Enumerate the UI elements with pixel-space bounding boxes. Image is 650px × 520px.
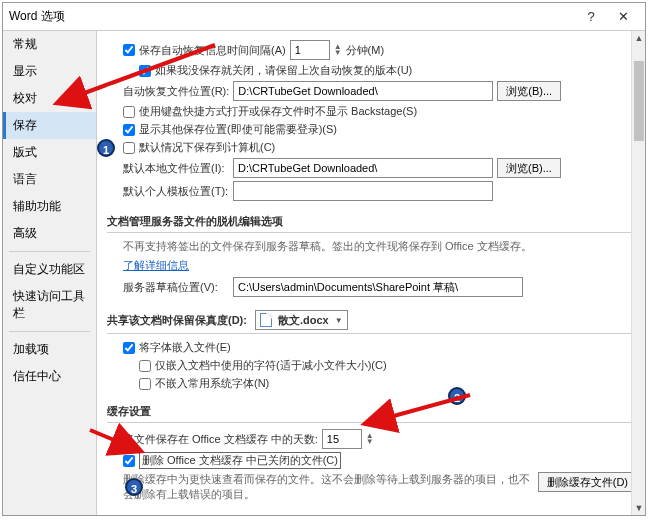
titlebar: Word 选项 ? ✕ <box>3 3 645 31</box>
document-icon <box>260 313 272 327</box>
spinner-arrows[interactable]: ▲▼ <box>334 44 342 56</box>
input-cache-days[interactable] <box>322 429 362 449</box>
chk-embed-used-only[interactable] <box>139 360 151 372</box>
browse-default-button[interactable]: 浏览(B)... <box>497 158 561 178</box>
sidebar: 常规 显示 校对 保存 版式 语言 辅助功能 高级 自定义功能区 快速访问工具栏… <box>3 31 97 515</box>
input-autorecover-loc[interactable] <box>233 81 493 101</box>
scrollbar[interactable]: ▲ ▼ <box>631 31 645 515</box>
lbl-autosave-interval: 保存自动恢复信息时间间隔(A) <box>139 43 286 58</box>
section-cache: 缓存设置 <box>107 401 637 423</box>
chk-save-to-computer[interactable] <box>123 142 135 154</box>
lbl-template-loc: 默认个人模板位置(T): <box>123 184 229 199</box>
lbl-default-loc: 默认本地文件位置(I): <box>123 161 229 176</box>
sidebar-item-customize-ribbon[interactable]: 自定义功能区 <box>3 256 96 283</box>
chk-show-other-loc[interactable] <box>123 124 135 136</box>
lbl-autorecover-loc: 自动恢复文件位置(R): <box>123 84 229 99</box>
section-doc-mgmt: 文档管理服务器文件的脱机编辑选项 <box>107 211 637 233</box>
lbl-save-to-computer: 默认情况下保存到计算机(C) <box>139 140 275 155</box>
note-cache: 删除缓存中为更快速查看而保存的文件。这不会删除等待上载到服务器的项目，也不会删除… <box>123 472 534 502</box>
lbl-draft-loc: 服务器草稿位置(V): <box>123 280 229 295</box>
sidebar-item-save[interactable]: 保存 <box>3 112 96 139</box>
dropdown-doc-label: 散文.docx <box>278 313 329 328</box>
lbl-share-header: 共享该文档时保留保真度(D): <box>107 313 247 328</box>
sidebar-item-quick-access[interactable]: 快速访问工具栏 <box>3 283 96 327</box>
sidebar-item-language[interactable]: 语言 <box>3 166 96 193</box>
link-learn-more[interactable]: 了解详细信息 <box>123 259 189 271</box>
lbl-no-system-fonts: 不嵌入常用系统字体(N) <box>155 376 269 391</box>
close-button[interactable]: ✕ <box>607 6 639 28</box>
lbl-delete-closed: 删除 Office 文档缓存 中已关闭的文件(C) <box>139 452 341 469</box>
scroll-down-icon[interactable]: ▼ <box>632 501 645 515</box>
input-default-loc[interactable] <box>233 158 493 178</box>
chk-autosave-interval[interactable] <box>123 44 135 56</box>
chevron-down-icon: ▼ <box>335 316 343 325</box>
scroll-up-icon[interactable]: ▲ <box>632 31 645 45</box>
lbl-cache-days: 将文件保存在 Office 文档缓存 中的天数: <box>123 432 318 447</box>
note-mgmt: 不再支持将签出的文件保存到服务器草稿。签出的文件现将保存到 Office 文档缓… <box>107 239 637 254</box>
spinner-arrows-days[interactable]: ▲▼ <box>366 433 374 445</box>
lbl-show-other-loc: 显示其他保存位置(即使可能需要登录)(S) <box>139 122 337 137</box>
chk-delete-closed[interactable] <box>123 455 135 467</box>
help-button[interactable]: ? <box>575 6 607 28</box>
sidebar-item-addins[interactable]: 加载项 <box>3 336 96 363</box>
lbl-embed-fonts: 将字体嵌入文件(E) <box>139 340 231 355</box>
input-draft-loc[interactable] <box>233 277 523 297</box>
browse-autorecover-button[interactable]: 浏览(B)... <box>497 81 561 101</box>
sidebar-item-proofing[interactable]: 校对 <box>3 85 96 112</box>
sidebar-item-trust-center[interactable]: 信任中心 <box>3 363 96 390</box>
lbl-no-backstage: 使用键盘快捷方式打开或保存文件时不显示 Backstage(S) <box>139 104 417 119</box>
sidebar-item-display[interactable]: 显示 <box>3 58 96 85</box>
chk-no-backstage[interactable] <box>123 106 135 118</box>
input-autosave-interval[interactable] <box>290 40 330 60</box>
scroll-thumb[interactable] <box>634 61 644 141</box>
chk-embed-fonts[interactable] <box>123 342 135 354</box>
chk-no-system-fonts[interactable] <box>139 378 151 390</box>
sidebar-item-advanced[interactable]: 高级 <box>3 220 96 247</box>
input-template-loc[interactable] <box>233 181 493 201</box>
dropdown-document[interactable]: 散文.docx ▼ <box>255 310 348 330</box>
lbl-minutes: 分钟(M) <box>346 43 385 58</box>
sidebar-item-accessibility[interactable]: 辅助功能 <box>3 193 96 220</box>
delete-cache-button[interactable]: 删除缓存文件(D) <box>538 472 637 492</box>
dialog-title: Word 选项 <box>9 8 575 25</box>
chk-keep-last-autosave[interactable] <box>139 65 151 77</box>
lbl-embed-used-only: 仅嵌入文档中使用的字符(适于减小文件大小)(C) <box>155 358 387 373</box>
lbl-keep-last-autosave: 如果我没保存就关闭，请保留上次自动恢复的版本(U) <box>155 63 412 78</box>
sidebar-item-layout[interactable]: 版式 <box>3 139 96 166</box>
sidebar-item-general[interactable]: 常规 <box>3 31 96 58</box>
section-share: 共享该文档时保留保真度(D): 散文.docx ▼ <box>107 307 637 334</box>
